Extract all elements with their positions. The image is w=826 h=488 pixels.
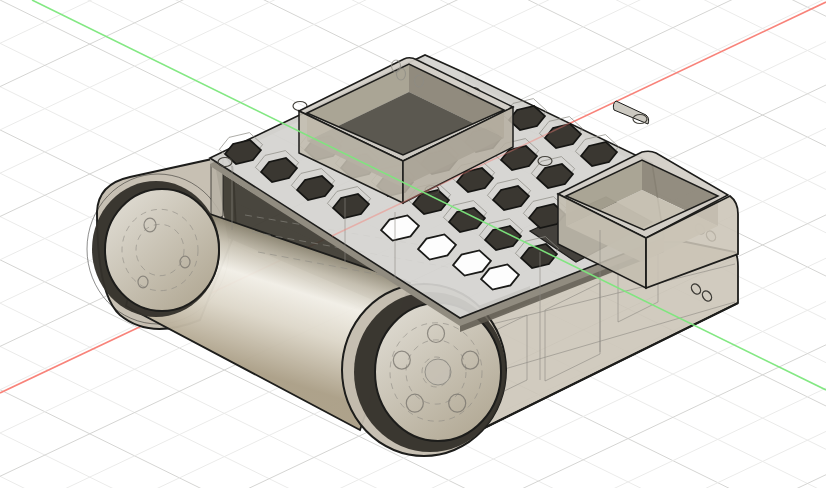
- plate-edge-tab: [613, 101, 648, 124]
- grid-line: [0, 476, 826, 488]
- rear-drum[interactable]: [92, 181, 220, 317]
- cad-3d-scene[interactable]: [0, 0, 826, 488]
- cad-viewport[interactable]: [0, 0, 826, 488]
- model-robot-chassis[interactable]: [87, 55, 738, 456]
- grid-line: [0, 0, 826, 43]
- grid-line: [0, 475, 826, 488]
